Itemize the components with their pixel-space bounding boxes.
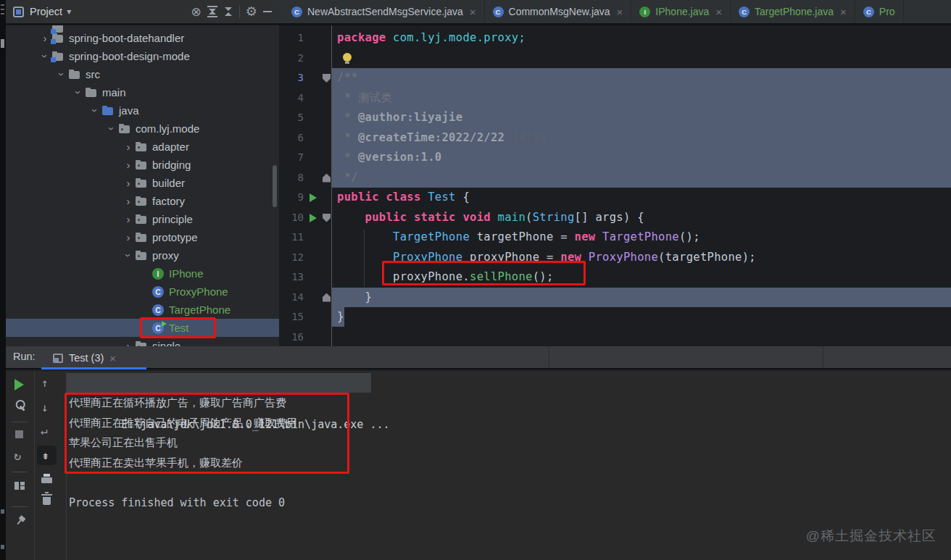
tree-item-adapter[interactable]: ›adapter — [6, 138, 279, 156]
package-icon — [135, 177, 148, 189]
chevron-down-icon[interactable]: ▾ — [67, 7, 71, 17]
locate-file-icon[interactable]: ⊗ — [191, 6, 202, 18]
tree-item-builder[interactable]: ›builder — [6, 174, 279, 192]
close-icon[interactable]: × — [715, 6, 722, 18]
chevron-collapsed-icon[interactable]: › — [38, 33, 51, 43]
scroll-to-end-icon[interactable]: ⇟ — [42, 450, 49, 461]
code-line-6[interactable]: 6 * @createTime:2022/2/22 14:55 — [279, 128, 951, 149]
code-line-15[interactable]: 15} — [279, 307, 951, 327]
fold-marker-icon[interactable] — [323, 174, 331, 183]
module-icon — [51, 33, 65, 44]
run-gutter-icon[interactable] — [310, 193, 317, 202]
tree-item-com.lyj.mode[interactable]: ›com.lyj.mode — [6, 120, 279, 138]
tree-item-Test[interactable]: ›CTest — [6, 319, 279, 337]
tool-window-stripe-mark — [1, 509, 4, 514]
tool-window-stripe-mark — [1, 13, 4, 14]
tree-item-bridging[interactable]: ›bridging — [6, 156, 279, 174]
tree-item-TargetPhone[interactable]: ›CTargetPhone — [6, 301, 279, 319]
run-label: Run: — [13, 351, 36, 362]
stop-icon[interactable] — [15, 430, 23, 438]
chevron-collapsed-icon[interactable]: › — [122, 177, 135, 188]
pin-icon[interactable] — [13, 514, 28, 528]
chevron-expanded-icon[interactable]: › — [40, 50, 51, 63]
run-gutter-icon[interactable] — [310, 214, 317, 222]
code-line-10[interactable]: 10 public static void main(String[] args… — [279, 208, 951, 228]
chevron-collapsed-icon[interactable]: › — [122, 340, 135, 346]
chevron-expanded-icon[interactable]: › — [123, 249, 134, 262]
close-icon[interactable]: × — [109, 352, 116, 364]
chevron-collapsed-icon[interactable]: › — [122, 232, 135, 243]
code-line-13[interactable]: 13 proxyPhone.sellPhone(); — [279, 267, 951, 288]
clear-console-icon[interactable] — [43, 497, 51, 505]
close-icon[interactable]: × — [840, 6, 847, 18]
fold-marker-icon[interactable] — [323, 74, 331, 83]
prev-occurrence-icon[interactable]: ↑ — [41, 377, 49, 389]
tree-item-factory[interactable]: ›factory — [6, 192, 279, 210]
tree-item-src[interactable]: ›src — [6, 65, 279, 83]
tree-item-principle[interactable]: ›principle — [6, 210, 279, 228]
line-number: 1 — [282, 28, 304, 49]
editor-tab-Pro[interactable]: CPro — [855, 0, 904, 23]
code-line-3[interactable]: 3/** — [279, 68, 951, 88]
code-line-11[interactable]: 11 TargetPhone targetPhone = new TargetP… — [279, 227, 951, 248]
expand-collapse-icon[interactable] — [207, 6, 217, 17]
tree-item-main[interactable]: ›main — [6, 83, 279, 101]
restart-debugger-icon[interactable]: ↻ — [14, 450, 21, 461]
hide-panel-icon[interactable] — [263, 11, 272, 12]
tree-item-spring-boot-datehandler[interactable]: ›spring-boot-datehandler — [6, 29, 279, 47]
close-icon[interactable]: × — [470, 6, 476, 18]
editor-tab-CommonMsgNew.java[interactable]: CCommonMsgNew.java× — [485, 0, 632, 23]
code-line-1[interactable]: 1package com.lyj.mode.proxy; — [279, 28, 951, 49]
code-text: * @version:1.0 — [337, 148, 442, 168]
chevron-expanded-icon[interactable]: › — [107, 122, 117, 135]
code-line-5[interactable]: 5 * @author:liyajie — [279, 108, 951, 128]
restore-layout-icon[interactable] — [14, 482, 25, 490]
next-occurrence-icon[interactable]: ↓ — [41, 402, 49, 414]
code-line-8[interactable]: 8 */ — [279, 168, 951, 188]
tree-item-java[interactable]: ›java — [6, 101, 279, 120]
intention-bulb-icon[interactable] — [343, 53, 352, 62]
code-line-9[interactable]: 9public class Test { — [279, 188, 951, 208]
tree-item-IPhone[interactable]: ›IIPhone — [6, 264, 279, 283]
editor-tab-IPhone.java[interactable]: IIPhone.java× — [631, 0, 731, 23]
fold-marker-icon[interactable] — [323, 214, 331, 222]
soft-wrap-icon[interactable]: ↵ — [41, 425, 48, 437]
gear-icon[interactable]: ⚙ — [246, 6, 257, 18]
chevron-expanded-icon[interactable]: › — [73, 86, 84, 99]
code-line-14[interactable]: 14 } — [279, 288, 951, 308]
project-panel-header: Project ▾ ⊗ ⚙ — [6, 0, 279, 23]
editor-tab-NewAbstractSendMsgService.java[interactable]: CNewAbstractSendMsgService.java× — [283, 0, 485, 23]
chevron-collapsed-icon[interactable]: › — [122, 141, 135, 152]
tab-label: IPhone.java — [655, 6, 709, 17]
tree-item-proxy[interactable]: ›proxy — [6, 246, 279, 264]
code-line-12[interactable]: 12 ProxyPhone proxyPhone = new ProxyPhon… — [279, 248, 951, 268]
tree-item-single[interactable]: ›single — [6, 337, 279, 346]
editor-tab-TargetPhone.java[interactable]: CTargetPhone.java× — [731, 0, 855, 23]
project-panel-title[interactable]: Project — [30, 6, 62, 17]
toolbar-divider — [66, 371, 67, 560]
run-tab-test[interactable]: Test (3) × — [41, 346, 146, 369]
chevron-expanded-icon[interactable]: › — [57, 68, 67, 81]
settings-wrench-icon[interactable] — [12, 398, 28, 414]
tool-window-bar[interactable] — [0, 0, 6, 560]
package-icon — [135, 196, 148, 207]
code-text: } — [337, 288, 372, 308]
collapse-all-icon[interactable] — [223, 6, 233, 17]
code-line-7[interactable]: 7 * @version:1.0 — [279, 148, 951, 168]
chevron-expanded-icon[interactable]: › — [90, 104, 101, 117]
tree-item-ProxyPhone[interactable]: ›CProxyPhone — [6, 283, 279, 301]
code-line-2[interactable]: 2 — [279, 49, 951, 69]
code-editor[interactable]: 1package com.lyj.mode.proxy;23/**4 * 测试类… — [279, 25, 951, 346]
print-icon[interactable] — [41, 474, 52, 483]
chevron-collapsed-icon[interactable]: › — [122, 214, 135, 225]
rerun-icon[interactable] — [14, 379, 24, 390]
close-icon[interactable]: × — [617, 6, 623, 18]
code-line-4[interactable]: 4 * 测试类 — [279, 88, 951, 109]
tree-item-prototype[interactable]: ›prototype — [6, 228, 279, 246]
code-line-16[interactable]: 16 — [279, 327, 951, 347]
fold-marker-icon[interactable] — [323, 293, 331, 302]
tree-item-label: IPhone — [169, 267, 204, 280]
chevron-collapsed-icon[interactable]: › — [122, 159, 135, 170]
chevron-collapsed-icon[interactable]: › — [122, 196, 135, 206]
tree-item-spring-boot-design-mode[interactable]: ›spring-boot-design-mode — [6, 47, 279, 65]
